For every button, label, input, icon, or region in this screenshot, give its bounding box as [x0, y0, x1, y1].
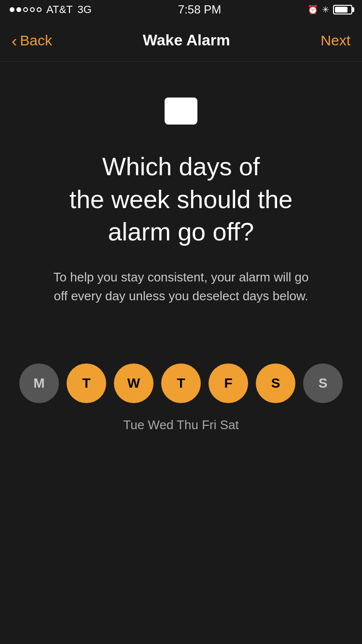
description-text: To help you stay consistent, your alarm … [46, 268, 316, 306]
battery-indicator [333, 5, 352, 14]
status-right: ⏰ ✳ [307, 4, 352, 15]
day-circle-sat[interactable]: S [256, 364, 295, 403]
calendar-icon [162, 91, 200, 129]
network-label: 3G [78, 3, 92, 16]
carrier-label: AT&T [46, 3, 73, 16]
day-selector: MTWTFSS Tue Wed Thu Fri Sat [0, 364, 362, 433]
signal-dot-4 [30, 7, 35, 12]
day-circle-thu[interactable]: T [161, 364, 201, 403]
day-circles: MTWTFSS [19, 364, 343, 403]
back-button[interactable]: ‹ Back [12, 32, 52, 49]
navigation-bar: ‹ Back Wake Alarm Next [0, 19, 362, 62]
day-circle-wed[interactable]: W [114, 364, 153, 403]
alarm-icon: ⏰ [307, 4, 318, 15]
status-time: 7:58 PM [178, 3, 221, 16]
svg-rect-2 [165, 103, 197, 108]
signal-dot-3 [23, 7, 28, 12]
day-circle-fri[interactable]: F [209, 364, 248, 403]
day-circle-tue[interactable]: T [67, 364, 106, 403]
status-left: AT&T 3G [10, 3, 92, 16]
battery-level [335, 7, 348, 13]
day-circle-sun[interactable]: S [303, 364, 343, 403]
back-label: Back [20, 32, 52, 49]
status-bar: AT&T 3G 7:58 PM ⏰ ✳ [0, 0, 362, 19]
signal-dot-5 [37, 7, 42, 12]
signal-dot-1 [10, 7, 14, 12]
calendar-icon-wrapper [162, 91, 200, 131]
page-title: Wake Alarm [143, 31, 230, 49]
signal-dots [10, 7, 42, 12]
back-chevron-icon: ‹ [12, 32, 17, 49]
next-button[interactable]: Next [320, 32, 350, 49]
main-content: Which days ofthe week should thealarm go… [0, 62, 362, 344]
bluetooth-icon: ✳ [322, 4, 329, 15]
main-heading: Which days ofthe week should thealarm go… [70, 151, 293, 249]
day-circle-mon[interactable]: M [19, 364, 59, 403]
signal-dot-2 [16, 7, 21, 12]
selected-days-label: Tue Wed Thu Fri Sat [123, 418, 238, 433]
